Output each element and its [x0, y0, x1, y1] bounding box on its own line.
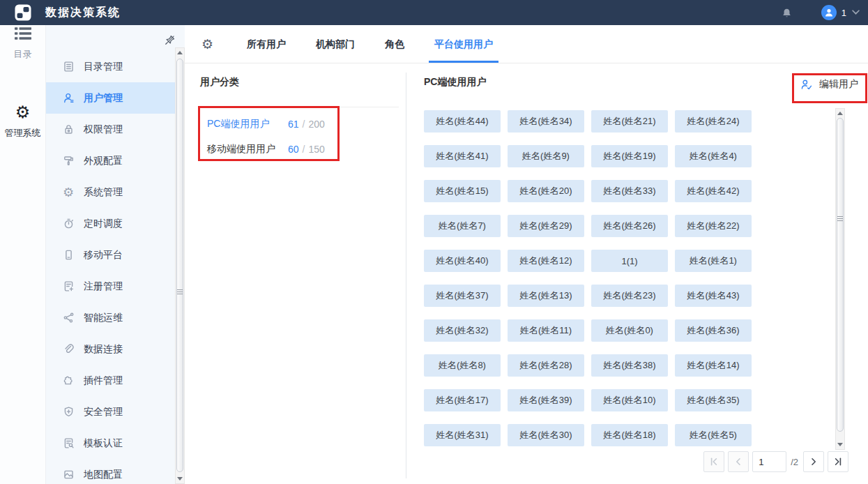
- user-pill[interactable]: 姓名(姓名4): [675, 145, 752, 167]
- user-pill[interactable]: 姓名(姓名36): [675, 319, 752, 342]
- rail-item[interactable]: ⚙ 管理系统: [0, 104, 45, 139]
- edit-users-button[interactable]: 编辑用户: [800, 78, 858, 91]
- user-avatar[interactable]: [821, 5, 837, 20]
- timer-icon: [62, 218, 75, 230]
- fanruan-logo-icon: [15, 4, 31, 21]
- sidebar-item[interactable]: 模板认证: [45, 428, 175, 459]
- page-number-input[interactable]: [752, 451, 786, 472]
- user-pill[interactable]: 姓名(姓名5): [675, 424, 752, 446]
- user-pill[interactable]: 姓名(姓名35): [675, 389, 752, 411]
- category-total: 150: [308, 144, 324, 155]
- user-pill[interactable]: 姓名(姓名33): [591, 180, 668, 202]
- user-pill[interactable]: 姓名(姓名40): [424, 250, 501, 272]
- paperclip-icon: [62, 343, 75, 356]
- tab[interactable]: 角色: [379, 25, 410, 63]
- user-pill[interactable]: 姓名(姓名29): [508, 215, 584, 237]
- user-pill[interactable]: 姓名(姓名31): [424, 424, 501, 446]
- prev-page-button[interactable]: [728, 451, 749, 472]
- map-icon: [62, 469, 75, 481]
- sidebar-item-label: 目录管理: [84, 61, 123, 73]
- user-pill[interactable]: 姓名(姓名7): [424, 215, 501, 237]
- main-content: ⚙ 所有用户 机构部门 角色 平台使用用户 用户分类: [185, 25, 868, 484]
- user-pill[interactable]: 姓名(姓名21): [591, 110, 668, 133]
- user-pill[interactable]: 姓名(姓名38): [591, 354, 668, 377]
- tab[interactable]: 所有用户: [241, 25, 291, 63]
- scroll-down-arrow-icon[interactable]: [176, 474, 184, 483]
- user-pill[interactable]: 姓名(姓名1): [675, 250, 752, 272]
- user-pill[interactable]: 姓名(姓名17): [424, 389, 501, 411]
- app-window: 数据决策系统 1 目录: [0, 0, 868, 484]
- user-grid-scrollbar[interactable]: [835, 108, 845, 450]
- last-page-button[interactable]: [828, 451, 848, 472]
- next-page-button[interactable]: [803, 451, 824, 472]
- user-pill[interactable]: 姓名(姓名20): [508, 180, 584, 202]
- tab-settings-gear-icon[interactable]: ⚙: [201, 38, 213, 51]
- user-pill[interactable]: 姓名(姓名11): [508, 319, 584, 342]
- user-pill[interactable]: 姓名(姓名28): [508, 354, 584, 377]
- catalog-list-icon: [0, 25, 45, 42]
- user-pill[interactable]: 姓名(姓名37): [424, 285, 501, 307]
- user-pill[interactable]: 姓名(姓名41): [424, 145, 501, 167]
- sidebar-item[interactable]: 智能运维: [45, 302, 175, 333]
- user-pill[interactable]: 姓名(姓名12): [508, 250, 584, 272]
- user-pill[interactable]: 姓名(姓名24): [675, 110, 752, 133]
- category-panel-title: 用户分类: [200, 76, 239, 89]
- category-separator: /: [303, 119, 305, 130]
- sidebar-scrollbar[interactable]: [175, 47, 185, 484]
- mobile-icon: [62, 249, 75, 262]
- scroll-up-arrow-icon[interactable]: [836, 109, 844, 118]
- sidebar-item[interactable]: 用户管理: [45, 82, 175, 114]
- notification-bell-icon[interactable]: [782, 8, 792, 18]
- rail-item[interactable]: 目录: [0, 25, 45, 61]
- sidebar-item[interactable]: 安全管理: [45, 396, 175, 428]
- sidebar-item[interactable]: ⚙ 系统管理: [45, 176, 175, 208]
- sidebar-item[interactable]: 外观配置: [45, 145, 175, 176]
- tab[interactable]: 平台使用用户: [429, 25, 498, 63]
- unpin-icon[interactable]: [164, 34, 176, 47]
- user-pill[interactable]: 姓名(姓名13): [508, 285, 584, 307]
- sidebar-scrollbar-thumb[interactable]: [176, 59, 183, 472]
- topbar-right: 1: [782, 0, 860, 25]
- lock-icon: [62, 123, 75, 136]
- category-item[interactable]: PC端使用用户 61 / 200: [207, 112, 402, 137]
- category-item[interactable]: 移动端使用用户 60 / 150: [207, 137, 402, 162]
- user-pill[interactable]: 姓名(姓名0): [591, 319, 668, 342]
- user-pill[interactable]: 姓名(姓名14): [675, 354, 752, 377]
- user-pill[interactable]: 姓名(姓名44): [424, 110, 501, 133]
- sidebar-item[interactable]: 移动平台: [45, 239, 175, 271]
- sidebar-item[interactable]: 目录管理: [45, 51, 175, 82]
- app-logo[interactable]: [0, 4, 45, 21]
- person-icon: [823, 7, 835, 18]
- user-pill[interactable]: 姓名(姓名19): [591, 145, 668, 167]
- user-pill[interactable]: 姓名(姓名23): [591, 285, 668, 307]
- user-pill[interactable]: 姓名(姓名30): [508, 424, 584, 446]
- user-pill[interactable]: 姓名(姓名39): [508, 389, 584, 411]
- user-pill[interactable]: 姓名(姓名43): [675, 285, 752, 307]
- sidebar-item[interactable]: 数据连接: [45, 333, 175, 365]
- user-pill[interactable]: 1(1): [591, 250, 668, 272]
- tab[interactable]: 机构部门: [310, 25, 360, 63]
- user-pill[interactable]: 姓名(姓名8): [424, 354, 501, 377]
- sidebar-item[interactable]: 地图配置: [45, 459, 175, 484]
- user-pill[interactable]: 姓名(姓名26): [591, 215, 668, 237]
- user-pill[interactable]: 姓名(姓名9): [508, 145, 584, 167]
- sidebar-item[interactable]: 定时调度: [45, 208, 175, 239]
- sidebar-item[interactable]: 权限管理: [45, 114, 175, 145]
- sidebar-item[interactable]: 插件管理: [45, 365, 175, 396]
- sidebar-item[interactable]: 注册管理: [45, 271, 175, 302]
- first-page-button[interactable]: [703, 451, 724, 472]
- user-pill[interactable]: 姓名(姓名18): [591, 424, 668, 446]
- chevron-down-icon[interactable]: [852, 10, 860, 15]
- user-pill[interactable]: 姓名(姓名10): [591, 389, 668, 411]
- user-pill[interactable]: 姓名(姓名42): [675, 180, 752, 202]
- user-pill[interactable]: 姓名(姓名34): [508, 110, 584, 133]
- user-grid-scrollbar-thumb[interactable]: [837, 118, 844, 432]
- sidebar-item-label: 用户管理: [84, 92, 123, 105]
- user-pill[interactable]: 姓名(姓名15): [424, 180, 501, 202]
- category-label: PC端使用用户: [207, 118, 288, 130]
- scroll-up-arrow-icon[interactable]: [176, 48, 184, 57]
- user-pill[interactable]: 姓名(姓名32): [424, 319, 501, 342]
- edit-user-icon: [800, 79, 813, 90]
- scroll-down-arrow-icon[interactable]: [836, 440, 844, 449]
- user-pill[interactable]: 姓名(姓名22): [675, 215, 752, 237]
